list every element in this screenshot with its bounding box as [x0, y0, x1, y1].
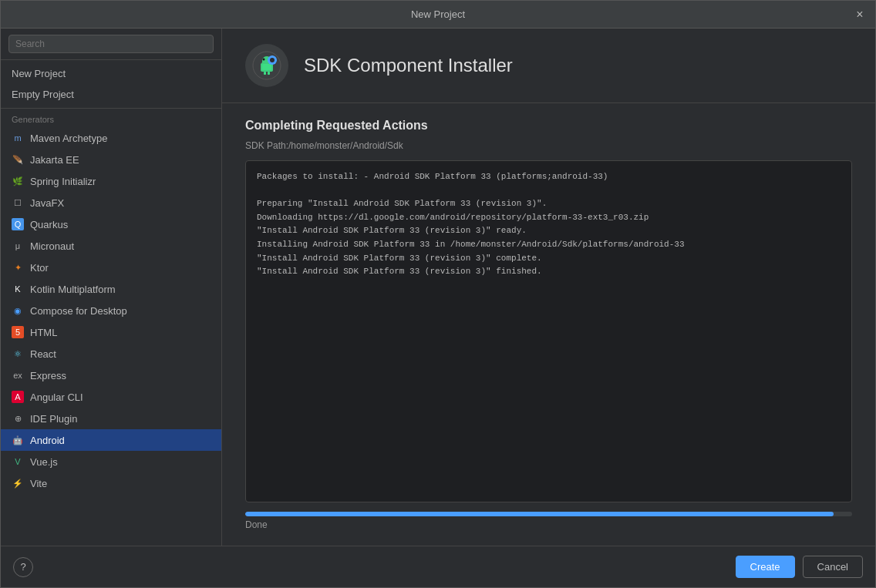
generator-icon-4: Q: [12, 218, 24, 230]
sidebar-item-kotlin-multiplatform[interactable]: KKotlin Multiplatform: [1, 278, 221, 300]
generator-label-13: IDE Plugin: [30, 413, 77, 425]
search-bar: [1, 29, 221, 60]
sidebar-item-maven-archetype[interactable]: mMaven Archetype: [1, 127, 221, 149]
main-content: SDK Component Installer Completing Reque…: [222, 29, 875, 546]
help-button[interactable]: ?: [13, 557, 33, 577]
new-project-dialog: New Project × New Project Empty Project …: [0, 0, 876, 588]
header-section: SDK Component Installer: [222, 29, 875, 103]
progress-bar-fill: [245, 512, 834, 516]
generator-icon-16: ⚡: [12, 477, 24, 489]
sidebar-item-vue.js[interactable]: VVue.js: [1, 451, 221, 472]
progress-section: Done: [245, 512, 852, 530]
generator-label-2: Spring Initializr: [30, 176, 96, 187]
cancel-button[interactable]: Cancel: [803, 556, 863, 578]
generator-icon-8: ◉: [12, 304, 24, 317]
sidebar-item-jakarta-ee[interactable]: 🪶Jakarta EE: [1, 149, 221, 170]
log-area: Packages to install: - Android SDK Platf…: [245, 160, 852, 502]
generator-label-16: Vite: [30, 478, 47, 489]
generator-list: mMaven Archetype🪶Jakarta EE🌿Spring Initi…: [1, 127, 221, 494]
generator-icon-15: V: [12, 455, 24, 468]
generator-label-3: JavaFX: [30, 197, 64, 209]
sidebar-item-micronaut[interactable]: μMicronaut: [1, 235, 221, 257]
sidebar-item-ktor[interactable]: ✦Ktor: [1, 257, 221, 278]
generator-label-14: Android: [30, 435, 65, 446]
svg-rect-3: [262, 64, 271, 70]
generator-label-0: Maven Archetype: [30, 133, 107, 144]
header-icon: [245, 44, 288, 87]
content-area: New Project Empty Project Generators mMa…: [1, 29, 875, 546]
generator-label-1: Jakarta EE: [30, 154, 79, 166]
generator-icon-5: μ: [12, 240, 24, 252]
empty-project-label: Empty Project: [12, 89, 74, 100]
generator-label-6: Ktor: [30, 262, 49, 274]
sidebar-item-android[interactable]: 🤖Android: [1, 429, 221, 451]
dialog-title: New Project: [411, 8, 465, 20]
generator-icon-7: K: [12, 283, 24, 295]
sidebar-item-html[interactable]: 5HTML: [1, 321, 221, 343]
progress-label: Done: [245, 519, 852, 530]
svg-point-1: [263, 59, 265, 61]
sidebar-item-quarkus[interactable]: QQuarkus: [1, 213, 221, 235]
generators-section-label: Generators: [1, 109, 221, 127]
sidebar-item-angular-cli[interactable]: AAngular CLI: [1, 386, 221, 408]
sidebar-item-express[interactable]: exExpress: [1, 365, 221, 386]
sidebar-item-empty-project[interactable]: Empty Project: [1, 84, 221, 105]
svg-rect-10: [268, 59, 270, 61]
generator-icon-2: 🌿: [12, 175, 24, 187]
svg-rect-11: [275, 59, 277, 61]
generator-icon-0: m: [12, 132, 24, 144]
generator-label-15: Vue.js: [30, 456, 58, 468]
header-title: SDK Component Installer: [304, 55, 513, 76]
generator-label-5: Micronaut: [30, 240, 74, 252]
generator-icon-6: ✦: [12, 261, 24, 274]
sdk-path: SDK Path:/home/monster/Android/Sdk: [245, 140, 852, 151]
completing-title: Completing Requested Actions: [245, 119, 852, 133]
sidebar-item-vite[interactable]: ⚡Vite: [1, 472, 221, 494]
generator-icon-3: ☐: [12, 197, 24, 209]
generator-icon-11: ex: [12, 369, 24, 381]
generator-label-7: Kotlin Multiplatform: [30, 284, 116, 295]
generator-icon-13: ⊕: [12, 412, 24, 425]
title-bar: New Project ×: [1, 1, 875, 29]
generator-icon-1: 🪶: [12, 153, 24, 166]
android-svg-icon: [251, 50, 282, 81]
svg-rect-4: [264, 72, 266, 75]
search-input[interactable]: [8, 35, 214, 53]
sidebar: New Project Empty Project Generators mMa…: [1, 29, 222, 546]
sidebar-top-items: New Project Empty Project: [1, 60, 221, 109]
sidebar-item-ide-plugin[interactable]: ⊕IDE Plugin: [1, 408, 221, 429]
generator-label-10: React: [30, 348, 56, 360]
svg-rect-9: [271, 62, 273, 65]
body-section: Completing Requested Actions SDK Path:/h…: [222, 103, 875, 546]
svg-rect-8: [271, 55, 273, 58]
svg-rect-5: [268, 72, 270, 75]
new-project-label: New Project: [12, 68, 66, 79]
sidebar-item-spring-initializr[interactable]: 🌿Spring Initializr: [1, 170, 221, 192]
footer-buttons: Create Cancel: [736, 556, 864, 578]
generator-icon-12: A: [12, 391, 24, 403]
generator-icon-10: ⚛: [12, 348, 24, 360]
generator-label-11: Express: [30, 370, 66, 381]
sidebar-item-react[interactable]: ⚛React: [1, 343, 221, 365]
create-button[interactable]: Create: [736, 556, 795, 578]
generator-label-4: Quarkus: [30, 219, 68, 230]
sidebar-item-javafx[interactable]: ☐JavaFX: [1, 192, 221, 213]
svg-point-7: [270, 58, 275, 62]
sidebar-item-compose-for-desktop[interactable]: ◉Compose for Desktop: [1, 300, 221, 321]
generator-label-8: Compose for Desktop: [30, 305, 127, 317]
footer: ? Create Cancel: [1, 546, 875, 587]
generator-icon-9: 5: [12, 326, 24, 338]
generator-icon-14: 🤖: [12, 434, 24, 446]
progress-bar-background: [245, 512, 852, 516]
sidebar-item-new-project[interactable]: New Project: [1, 63, 221, 84]
close-button[interactable]: ×: [852, 7, 868, 22]
generator-label-9: HTML: [30, 327, 57, 338]
generator-label-12: Angular CLI: [30, 391, 83, 403]
